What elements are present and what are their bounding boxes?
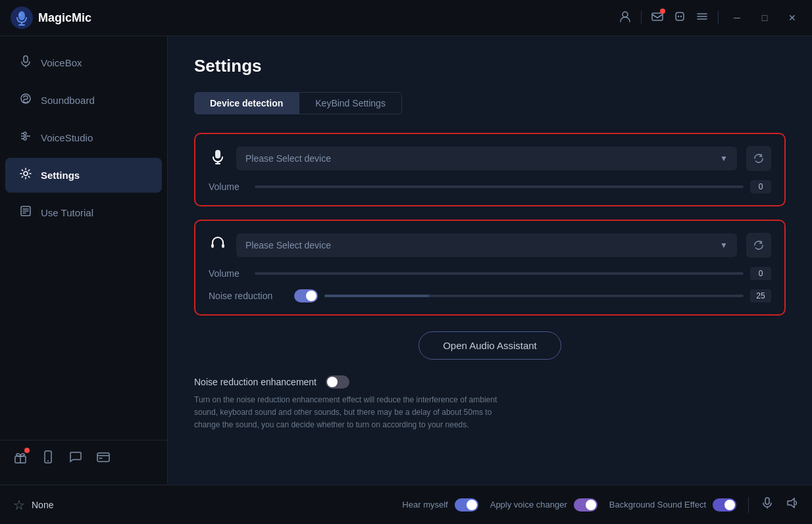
user-icon[interactable] [619,10,632,26]
footer-microphone-icon[interactable] [761,496,774,513]
maximize-button[interactable]: □ [755,9,774,27]
sidebar-tutorial-label: Use Tutorial [41,207,93,218]
microphone-icon [18,55,33,71]
hear-myself-group: Hear myself [402,498,478,512]
footer-controls: Hear myself Apply voice changer Backgrou… [402,496,799,513]
footer-voice-name: None [32,500,53,510]
app-logo: MagicMic [11,7,619,29]
headphones-device-row: Please Select device ▼ [209,233,771,258]
noise-reduction-value: 25 [750,289,771,302]
svg-rect-32 [215,150,220,158]
microphone-volume-row: Volume 0 [209,180,771,193]
main-layout: VoiceBox Soundboard VoiceStudio Settings… [0,36,812,485]
background-sound-effect-toggle[interactable] [713,498,736,512]
sidebar: VoiceBox Soundboard VoiceStudio Settings… [0,36,168,485]
microphone-volume-label: Volume [209,181,248,192]
svg-point-8 [680,15,682,16]
headphones-select-placeholder: Please Select device [245,240,331,250]
footer-voice-section: ☆ None [13,497,92,513]
noise-reduction-enhancement-section: Noise reduction enhancement Turn on the … [194,375,786,432]
footer-divider [748,497,749,513]
sidebar-item-voicestudio[interactable]: VoiceStudio [5,120,162,155]
apply-voice-changer-toggle-knob [586,500,596,510]
voicestudio-icon [18,130,33,146]
soundboard-icon [18,92,33,108]
tab-keybind-settings[interactable]: KeyBind Settings [299,92,402,114]
titlebar: MagicMic ─ □ ✕ [0,0,812,36]
page-title: Settings [194,56,786,76]
tutorial-icon [18,204,33,221]
sidebar-item-settings[interactable]: Settings [5,158,162,193]
noise-reduction-enhancement-toggle-knob [327,377,338,387]
svg-point-7 [678,15,679,16]
app-name: MagicMic [38,11,91,25]
hear-myself-label: Hear myself [402,500,447,510]
footer-volume-icon[interactable] [786,496,799,513]
settings-icon [18,167,33,183]
background-sound-effect-label: Background Sound Effect [609,500,706,510]
menu-icon[interactable] [696,10,709,26]
gift-icon[interactable] [13,450,28,467]
tab-device-detection[interactable]: Device detection [194,92,299,114]
magicmic-logo-icon [11,7,33,29]
headphones-volume-value: 0 [750,267,771,280]
apply-voice-changer-label: Apply voice changer [490,500,567,510]
sidebar-settings-label: Settings [41,170,80,181]
svg-rect-37 [765,498,769,504]
microphone-select-dropdown[interactable]: Please Select device ▼ [236,147,737,170]
noise-reduction-enhancement-toggle[interactable] [326,375,349,389]
content-area: Settings Device detection KeyBind Settin… [168,36,812,485]
chat-icon[interactable] [68,450,83,467]
headphones-volume-label: Volume [209,268,248,279]
microphone-select-placeholder: Please Select device [245,153,331,164]
sidebar-item-tutorial[interactable]: Use Tutorial [5,195,162,230]
microphone-device-row: Please Select device ▼ [209,146,771,171]
footer: ☆ None Hear myself Apply voice changer B… [0,485,812,524]
noise-reduction-enhancement-description: Turn on the noise reduction enhancement … [194,394,510,432]
svg-marker-39 [788,498,794,508]
apply-voice-changer-group: Apply voice changer [490,498,597,512]
microphone-select-arrow-icon: ▼ [720,154,728,163]
noise-reduction-enhancement-label: Noise reduction enhancement [194,377,317,387]
svg-point-4 [18,13,21,16]
close-button[interactable]: ✕ [783,9,801,27]
headphones-select-arrow-icon: ▼ [720,241,728,250]
noise-reduction-slider[interactable] [324,295,744,297]
headphones-select-dropdown[interactable]: Please Select device ▼ [236,233,737,257]
titlebar-divider-2 [718,11,719,24]
sidebar-soundboard-label: Soundboard [41,95,95,106]
card-icon[interactable] [96,450,111,467]
open-audio-assistant-button[interactable]: Open Audio Assistant [419,331,561,360]
microphone-volume-value: 0 [750,180,771,193]
svg-rect-6 [652,13,663,20]
noise-reduction-slider-fill [324,295,429,297]
svg-rect-36 [222,244,224,248]
headphones-volume-slider[interactable] [255,272,744,275]
footer-star-icon: ☆ [13,497,25,513]
svg-point-18 [24,132,26,135]
noise-reduction-enhancement-row: Noise reduction enhancement [194,375,786,389]
hear-myself-toggle[interactable] [455,498,478,512]
microphone-volume-slider[interactable] [255,185,744,188]
headphones-refresh-button[interactable] [746,233,771,258]
minimize-button[interactable]: ─ [728,9,746,27]
mail-icon[interactable] [651,10,664,26]
discord-icon[interactable] [673,10,686,26]
phone-icon[interactable] [41,450,55,467]
svg-point-20 [24,172,28,176]
noise-reduction-row: Noise reduction 25 [209,289,771,302]
titlebar-divider-1 [641,11,642,24]
sidebar-voicebox-label: VoiceBox [41,57,82,68]
svg-point-19 [24,137,26,140]
apply-voice-changer-toggle[interactable] [574,498,597,512]
hear-myself-toggle-knob [467,500,477,510]
microphone-refresh-button[interactable] [746,146,771,171]
background-sound-effect-toggle-knob [724,500,735,510]
microphone-device-card: Please Select device ▼ Volume 0 [194,133,786,206]
svg-rect-35 [211,244,214,248]
sidebar-voicestudio-label: VoiceStudio [41,132,93,143]
sidebar-bottom [0,440,167,477]
sidebar-item-voicebox[interactable]: VoiceBox [5,45,162,80]
noise-reduction-toggle[interactable] [294,289,318,302]
sidebar-item-soundboard[interactable]: Soundboard [5,83,162,118]
